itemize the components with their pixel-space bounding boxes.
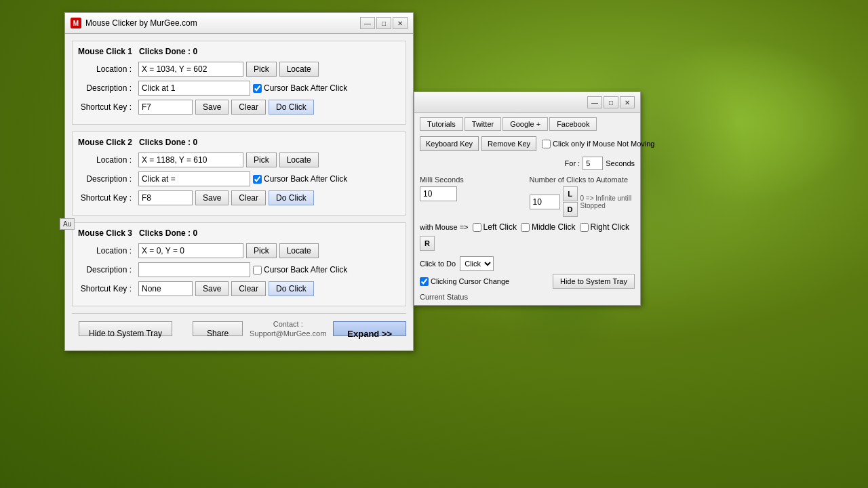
for-seconds-input[interactable]: [583, 157, 603, 170]
click2-location-row: Location : Pick Locate: [78, 152, 400, 167]
pick-button-2[interactable]: Pick: [246, 152, 277, 167]
locate-button-3[interactable]: Locate: [279, 243, 319, 258]
expand-button[interactable]: Expand >>: [333, 321, 406, 336]
keyboard-row: Keyboard Key Remove Key Click only if Mo…: [420, 136, 635, 151]
location-input-2[interactable]: [138, 152, 243, 167]
click2-shortcut-row: Shortcut Key : Save Clear Do Click: [78, 190, 400, 205]
secondary-close-button[interactable]: ✕: [620, 96, 635, 108]
clear-button-3[interactable]: Clear: [231, 281, 266, 296]
location-label-2: Location :: [78, 155, 136, 165]
l-button[interactable]: L: [563, 186, 578, 201]
milli-seconds-input[interactable]: [420, 186, 457, 201]
keyboard-key-button[interactable]: Keyboard Key: [420, 136, 479, 151]
secondary-minimize-button[interactable]: —: [587, 96, 602, 108]
secondary-title-bar-controls: — □ ✕: [587, 96, 635, 108]
clear-button-1[interactable]: Clear: [231, 100, 266, 115]
save-button-3[interactable]: Save: [195, 281, 229, 296]
title-bar-controls: — □ ✕: [360, 17, 408, 29]
tutorials-button[interactable]: Tutorials: [420, 117, 463, 131]
secondary-maximize-button[interactable]: □: [604, 96, 618, 108]
left-click-checkbox[interactable]: [473, 223, 481, 232]
main-content: Mouse Click 1 Clicks Done : 0 Location :…: [65, 34, 413, 350]
click-only-if-moving-checkbox[interactable]: [542, 140, 551, 148]
secondary-window: — □ ✕ Tutorials Twitter Google + Faceboo…: [414, 92, 641, 306]
right-click-checkbox[interactable]: [580, 223, 589, 232]
nav-bar: Tutorials Twitter Google + Facebook: [420, 117, 635, 131]
r-button[interactable]: R: [420, 236, 435, 251]
secondary-content: Tutorials Twitter Google + Facebook Keyb…: [414, 113, 640, 305]
shortcut-label-2: Shortcut Key :: [78, 193, 136, 203]
description-input-1[interactable]: [138, 81, 250, 96]
num-clicks-group: Number of Clicks to Automate L D 0 => In…: [530, 176, 635, 217]
shortcut-input-2[interactable]: [138, 190, 193, 205]
locate-button-2[interactable]: Locate: [279, 152, 319, 167]
description-label-2: Description :: [78, 174, 136, 184]
google-plus-button[interactable]: Google +: [502, 117, 548, 131]
remove-key-button[interactable]: Remove Key: [481, 136, 536, 151]
shortcut-label-1: Shortcut Key :: [78, 102, 136, 112]
num-clicks-input[interactable]: [530, 195, 560, 209]
do-click-button-2[interactable]: Do Click: [269, 190, 314, 205]
description-input-3[interactable]: [138, 262, 250, 277]
close-button[interactable]: ✕: [393, 17, 408, 29]
main-window-title: Mouse Clicker by MurGee.com: [85, 18, 360, 28]
cursor-back-label-3: Cursor Back After Click: [253, 265, 347, 274]
pick-button-3[interactable]: Pick: [246, 243, 277, 258]
middle-click-label: Middle Click: [521, 222, 576, 232]
clicking-cursor-change-checkbox[interactable]: [420, 277, 429, 286]
settings-grid: Milli Seconds Number of Clicks to Automa…: [420, 176, 635, 217]
facebook-button[interactable]: Facebook: [549, 117, 597, 131]
click-section-3: Mouse Click 3 Clicks Done : 0 Location :…: [72, 222, 406, 306]
d-button[interactable]: D: [563, 202, 578, 217]
maximize-button[interactable]: □: [376, 17, 391, 29]
current-status-area: Current Status: [420, 293, 635, 301]
click2-description-row: Description : Cursor Back After Click: [78, 171, 400, 186]
do-click-button-3[interactable]: Do Click: [269, 281, 314, 296]
minimize-button[interactable]: —: [360, 17, 375, 29]
for-seconds-row: For : Seconds: [420, 157, 635, 170]
status-row: Clicking Cursor Change Hide to System Tr…: [420, 274, 635, 289]
location-input-3[interactable]: [138, 243, 243, 258]
click-section-1: Mouse Click 1 Clicks Done : 0 Location :…: [72, 41, 406, 125]
click-type-select[interactable]: Click: [460, 256, 494, 271]
shortcut-input-1[interactable]: [138, 100, 193, 115]
main-title-bar: M Mouse Clicker by MurGee.com — □ ✕: [65, 13, 413, 34]
click2-header: Mouse Click 2 Clicks Done : 0: [78, 138, 400, 147]
cursor-back-checkbox-1[interactable]: [253, 84, 262, 93]
shortcut-label-3: Shortcut Key :: [78, 284, 136, 293]
bottom-controls: Click to Do Click: [420, 256, 635, 271]
save-button-2[interactable]: Save: [195, 190, 229, 205]
description-label-3: Description :: [78, 265, 136, 274]
clicking-cursor-change-label: Clicking Cursor Change: [420, 277, 509, 286]
secondary-hide-tray-button[interactable]: Hide to System Tray: [553, 274, 635, 289]
cursor-back-checkbox-2[interactable]: [253, 175, 262, 184]
share-button[interactable]: Share: [193, 321, 243, 336]
description-input-2[interactable]: [138, 171, 250, 186]
pick-button-1[interactable]: Pick: [246, 62, 277, 77]
click3-description-row: Description : Cursor Back After Click: [78, 262, 400, 277]
save-button-1[interactable]: Save: [195, 100, 229, 115]
main-window: M Mouse Clicker by MurGee.com — □ ✕ Mous…: [64, 12, 414, 351]
contact-info: Contact : Support@MurGee.com: [250, 320, 326, 338]
click3-location-row: Location : Pick Locate: [78, 243, 400, 258]
locate-button-1[interactable]: Locate: [279, 62, 319, 77]
click-section-2: Mouse Click 2 Clicks Done : 0 Location :…: [72, 131, 406, 216]
middle-click-checkbox[interactable]: [521, 223, 530, 232]
location-input-1[interactable]: [138, 62, 243, 77]
bottom-bar: Hide to System Tray Share Contact : Supp…: [72, 313, 406, 344]
do-click-button-1[interactable]: Do Click: [269, 100, 314, 115]
click1-header: Mouse Click 1 Clicks Done : 0: [78, 47, 400, 56]
cursor-back-label-2: Cursor Back After Click: [253, 174, 347, 184]
description-label-1: Description :: [78, 83, 136, 93]
cursor-back-checkbox-3[interactable]: [253, 266, 262, 274]
click1-shortcut-row: Shortcut Key : Save Clear Do Click: [78, 100, 400, 115]
click3-header: Mouse Click 3 Clicks Done : 0: [78, 228, 400, 238]
clear-button-2[interactable]: Clear: [231, 190, 266, 205]
click1-location-row: Location : Pick Locate: [78, 62, 400, 77]
twitter-button[interactable]: Twitter: [465, 117, 501, 131]
shortcut-input-3[interactable]: [138, 281, 193, 296]
hide-to-system-tray-button[interactable]: Hide to System Tray: [79, 321, 172, 336]
location-label-3: Location :: [78, 246, 136, 256]
click-only-if-moving-label: Click only if Mouse Not Moving: [542, 140, 654, 148]
click1-description-row: Description : Cursor Back After Click: [78, 81, 400, 96]
